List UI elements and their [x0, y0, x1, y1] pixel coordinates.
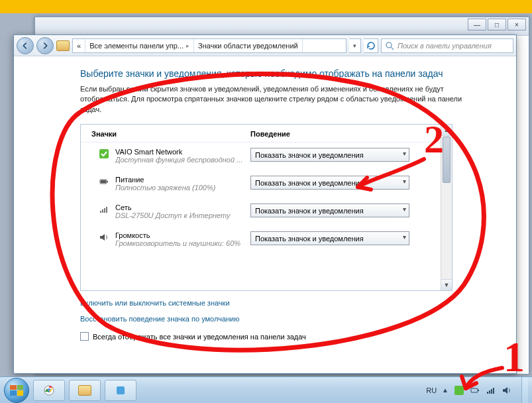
- system-tray: RU ▲: [426, 377, 528, 404]
- row-name: VAIO Smart Network: [115, 148, 242, 156]
- breadcrumb-seg1[interactable]: Все элементы панели упр...▸: [85, 39, 194, 52]
- svg-rect-8: [104, 208, 105, 213]
- svg-rect-9: [106, 207, 107, 213]
- row-name: Сеть: [115, 203, 231, 211]
- folder-icon: [56, 40, 70, 51]
- icon-row: Сеть DSL-2750U Доступ к Интернету Показа…: [81, 198, 452, 226]
- power-icon: [98, 176, 110, 188]
- icon-row: Питание Полностью заряжена (100%) Показа…: [81, 170, 452, 198]
- taskbar: RU ▲: [0, 376, 532, 403]
- breadcrumb-seg2[interactable]: Значки области уведомлений: [194, 39, 303, 52]
- network-icon: [98, 203, 110, 215]
- scroll-thumb[interactable]: [443, 137, 451, 183]
- start-button[interactable]: [4, 378, 29, 403]
- row-name: Громкость: [115, 231, 240, 239]
- behavior-select[interactable]: Показать значок и уведомления: [250, 231, 409, 245]
- behavior-value: Показать значок и уведомления: [255, 235, 364, 243]
- row-sub: Доступная функция беспроводной ...: [115, 156, 242, 164]
- breadcrumb-dropdown-button[interactable]: ▾: [349, 38, 361, 53]
- panel-header: Значки Поведение: [81, 125, 452, 143]
- taskbar-app-chrome[interactable]: [33, 380, 65, 401]
- svg-rect-18: [491, 389, 492, 394]
- header-behavior: Поведение: [250, 130, 441, 138]
- behavior-value: Показать значок и уведомления: [255, 151, 364, 159]
- search-icon: [384, 40, 395, 51]
- tray-volume-icon[interactable]: [502, 385, 512, 396]
- tray-overflow-button[interactable]: ▲: [442, 386, 449, 394]
- breadcrumb-root[interactable]: «: [73, 39, 85, 52]
- nav-bar: « Все элементы панели упр...▸ Значки обл…: [14, 35, 516, 56]
- windows-logo-icon: [10, 385, 23, 396]
- search-input[interactable]: Поиск в панели управления: [381, 38, 513, 53]
- bg-maximize-button[interactable]: □: [488, 19, 506, 30]
- icon-row: Громкость Громкоговоритель и наушники: 6…: [81, 226, 452, 254]
- svg-point-0: [386, 42, 392, 48]
- restore-default-link[interactable]: Восстановить поведение значка по умолчан…: [80, 315, 516, 323]
- behavior-select[interactable]: Показать значок и уведомления: [250, 203, 409, 217]
- folder-icon: [78, 385, 91, 396]
- control-panel-window: « Все элементы панели упр...▸ Значки обл…: [13, 34, 517, 374]
- bg-close-button[interactable]: ×: [507, 19, 526, 30]
- scroll-up-button[interactable]: ▲: [441, 125, 452, 136]
- row-sub: Громкоговоритель и наушники: 60%: [115, 239, 240, 247]
- always-show-checkbox[interactable]: [80, 332, 89, 341]
- svg-rect-6: [100, 211, 101, 213]
- behavior-value: Показать значок и уведомления: [255, 207, 364, 215]
- tray-vaio-icon[interactable]: [454, 385, 464, 396]
- svg-rect-14: [471, 388, 478, 392]
- svg-line-1: [391, 47, 394, 50]
- vaio-icon: [98, 148, 110, 160]
- taskbar-app-generic[interactable]: [105, 380, 136, 401]
- svg-rect-16: [487, 392, 488, 394]
- taskbar-app-explorer[interactable]: [69, 380, 101, 401]
- icons-panel: Значки Поведение VAIO Smart Network Дост…: [80, 124, 452, 291]
- svg-rect-5: [101, 180, 106, 183]
- tray-power-icon[interactable]: [470, 385, 480, 396]
- svg-rect-2: [99, 149, 109, 158]
- svg-rect-7: [102, 209, 103, 213]
- svg-rect-17: [489, 390, 490, 394]
- volume-icon: [98, 231, 110, 243]
- tray-network-icon[interactable]: [486, 385, 496, 396]
- header-icons: Значки: [91, 130, 250, 138]
- svg-rect-15: [478, 390, 479, 391]
- search-placeholder: Поиск в панели управления: [398, 42, 492, 50]
- row-name: Питание: [115, 176, 215, 184]
- page-body: Выберите значки и уведомления, которые н…: [14, 56, 516, 373]
- behavior-select[interactable]: Показать значок и уведомления: [250, 148, 409, 162]
- row-sub: Полностью заряжена (100%): [115, 184, 215, 192]
- bg-titlebar: — □ ×: [35, 17, 529, 36]
- behavior-value: Показать значок и уведомления: [255, 179, 364, 187]
- show-desktop-button[interactable]: [521, 377, 528, 404]
- always-show-label: Всегда отображать все значки и уведомлен…: [93, 333, 306, 341]
- panel-scrollbar[interactable]: ▲ ▼: [441, 125, 452, 290]
- icon-row: VAIO Smart Network Доступная функция бес…: [81, 143, 452, 170]
- refresh-button[interactable]: [364, 38, 378, 53]
- nav-back-button[interactable]: [17, 37, 34, 54]
- tray-language[interactable]: RU: [426, 386, 437, 394]
- breadcrumb[interactable]: « Все элементы панели упр...▸ Значки обл…: [72, 38, 346, 53]
- svg-rect-19: [493, 388, 494, 394]
- nav-forward-button[interactable]: [36, 37, 54, 54]
- toggle-system-icons-link[interactable]: Включить или выключить системные значки: [80, 299, 516, 307]
- page-description: Если выбран режим скрытия значков и увед…: [80, 84, 484, 115]
- svg-rect-13: [454, 386, 464, 395]
- svg-rect-4: [107, 181, 108, 182]
- bg-minimize-button[interactable]: —: [468, 19, 486, 30]
- svg-rect-12: [117, 386, 125, 394]
- scroll-down-button[interactable]: ▼: [441, 279, 452, 290]
- behavior-select[interactable]: Показать значок и уведомления: [250, 176, 409, 190]
- row-sub: DSL-2750U Доступ к Интернету: [115, 211, 231, 219]
- app-icon: [115, 385, 126, 396]
- chrome-icon: [44, 385, 54, 396]
- page-title: Выберите значки и уведомления, которые н…: [80, 68, 478, 79]
